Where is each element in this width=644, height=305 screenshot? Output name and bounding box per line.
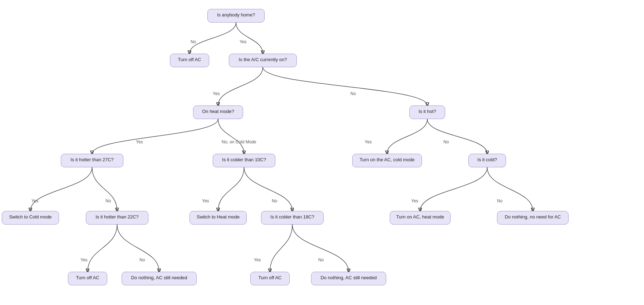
node-ac_currently_on: Is the A/C currently on? — [229, 54, 297, 67]
edge-8 — [30, 167, 92, 211]
edge-label-17: No — [318, 257, 324, 262]
flowchart-diagram: Is anybody home?Turn off ACIs the A/C cu… — [0, 0, 644, 305]
node-anybody_home: Is anybody home? — [207, 9, 265, 23]
node-do_nothing_no_need: Do nothing, no need for AC — [497, 211, 569, 225]
edge-label-6: Yes — [365, 139, 372, 144]
node-switch_cold: Switch to Cold mode — [2, 211, 59, 225]
node-on_heat_mode: On heat mode? — [193, 105, 243, 119]
edge-label-8: Yes — [31, 198, 39, 203]
edge-0 — [190, 23, 236, 54]
edge-label-13: No — [497, 198, 502, 203]
edge-10 — [218, 167, 244, 211]
edge-17 — [292, 225, 349, 272]
node-is_it_cold: Is it cold? — [468, 154, 506, 167]
edge-16 — [270, 225, 292, 272]
node-turn_on_heat: Turn on AC, heat mode — [390, 211, 451, 225]
edge-label-0: No — [191, 39, 196, 44]
node-do_nothing_still_left: Do nothing, AC still needed — [122, 272, 197, 285]
node-is_it_hot: Is it hot? — [409, 105, 445, 119]
node-turn_off_ac_right: Turn off AC — [250, 272, 290, 285]
node-hotter_27: Is it hotter than 27C? — [61, 154, 123, 167]
edge-label-16: Yes — [254, 257, 261, 262]
node-turn_off_ac_left: Turn off AC — [68, 272, 107, 285]
edge-12 — [420, 167, 487, 211]
edge-label-14: Yes — [80, 257, 88, 262]
node-hotter_22: Is it hotter than 22C? — [86, 211, 148, 225]
edge-3 — [263, 67, 427, 105]
edge-label-11: No — [272, 198, 277, 203]
edge-label-1: Yes — [240, 39, 247, 44]
edge-14 — [88, 225, 117, 272]
edge-label-10: Yes — [202, 198, 209, 203]
edge-5 — [218, 119, 244, 154]
edge-13 — [487, 167, 533, 211]
edge-label-3: No — [350, 91, 356, 96]
edge-2 — [218, 67, 263, 105]
edge-1 — [236, 23, 263, 54]
edge-6 — [387, 119, 428, 154]
node-do_nothing_still_right: Do nothing, AC still needed — [311, 272, 386, 285]
edge-label-12: Yes — [411, 198, 418, 203]
edge-4 — [92, 119, 218, 154]
node-turn_on_cold: Turn on the AC, cold mode — [352, 154, 422, 167]
edge-11 — [244, 167, 292, 211]
node-colder_10: Is it colder than 10C? — [213, 154, 275, 167]
edge-label-7: No — [443, 139, 449, 144]
node-turn_off_ac_top: Turn off AC — [170, 54, 209, 67]
node-switch_heat: Switch to Heat mode — [190, 211, 247, 225]
edge-15 — [117, 225, 159, 272]
edge-label-5: No, on Cold Mode — [222, 139, 256, 144]
edge-9 — [92, 167, 117, 211]
node-colder_18: Is it colder than 18C? — [261, 211, 324, 225]
edge-7 — [427, 119, 487, 154]
edge-label-15: No — [139, 257, 145, 262]
edge-label-9: No — [105, 198, 111, 203]
edge-label-4: Yes — [136, 139, 143, 144]
edge-label-2: Yes — [213, 91, 220, 96]
